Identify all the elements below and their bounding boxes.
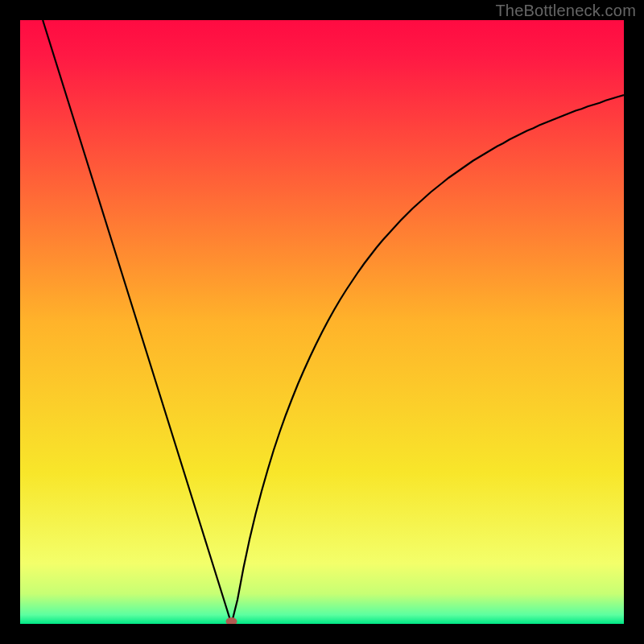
chart-frame: TheBottleneck.com: [0, 0, 644, 644]
watermark-text: TheBottleneck.com: [495, 2, 636, 20]
bottleneck-chart: [20, 20, 624, 624]
chart-background: [20, 20, 624, 624]
